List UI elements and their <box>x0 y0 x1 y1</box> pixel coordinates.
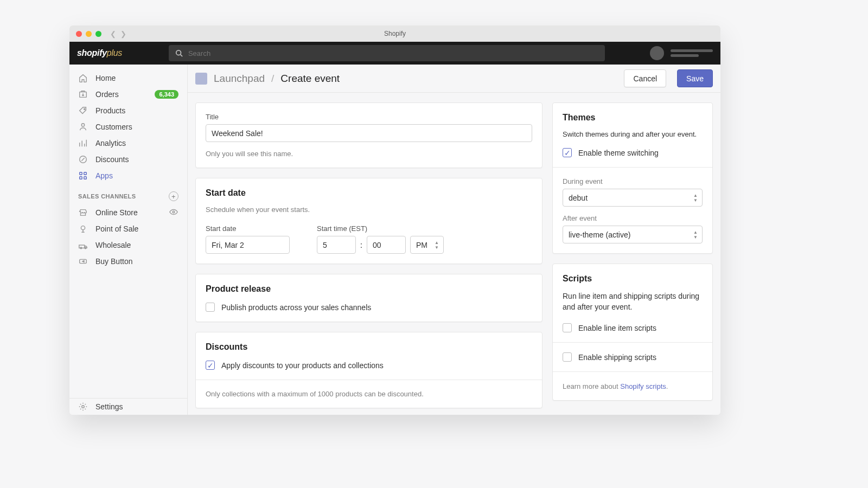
apply-discounts-checkbox-row[interactable]: ✓ Apply discounts to your products and c… <box>206 361 532 370</box>
home-icon <box>78 73 88 83</box>
sidebar-channel-pos[interactable]: Point of Sale <box>69 221 187 237</box>
sidebar-item-label: Apps <box>95 171 178 180</box>
sidebar: Home Orders 6,343 Products Customers Ana… <box>69 65 188 415</box>
enable-lineitem-scripts-checkbox[interactable] <box>563 323 572 332</box>
sidebar-item-label: Analytics <box>95 139 178 147</box>
ampm-value: PM <box>416 241 427 249</box>
scripts-desc: Run line item and shipping scripts durin… <box>563 291 703 312</box>
gear-icon <box>78 402 88 412</box>
sidebar-item-label: Wholesale <box>95 241 178 249</box>
svg-rect-8 <box>80 177 82 179</box>
sidebar-item-label: Discounts <box>95 155 178 164</box>
apply-discounts-checkbox[interactable]: ✓ <box>206 361 215 370</box>
page-header: Launchpad / Create event Cancel Save <box>188 65 720 93</box>
svg-rect-9 <box>84 177 87 179</box>
pos-icon <box>78 224 88 234</box>
themes-card: Themes Switch themes during and after yo… <box>552 102 713 254</box>
discounts-hint: Only collections with a maximum of 1000 … <box>206 390 532 398</box>
search-box[interactable] <box>169 45 605 61</box>
title-input[interactable] <box>206 124 532 142</box>
breadcrumb-current: Create event <box>280 73 340 85</box>
sidebar-section-sales-channels: SALES CHANNELS + <box>69 184 187 204</box>
avatar <box>650 46 664 60</box>
start-hour-input[interactable] <box>317 236 356 254</box>
analytics-icon <box>78 138 88 148</box>
shopify-scripts-link[interactable]: Shopify scripts <box>620 382 666 390</box>
scripts-card: Scripts Run line item and shipping scrip… <box>552 264 713 401</box>
sidebar-item-label: Home <box>95 74 178 82</box>
enable-shipping-scripts-row[interactable]: Enable shipping scripts <box>563 352 703 362</box>
publish-products-label: Publish products across your sales chann… <box>221 303 371 312</box>
orders-icon <box>78 89 88 99</box>
sidebar-item-label: Buy Button <box>95 257 178 266</box>
breadcrumb-sep: / <box>271 73 274 85</box>
discounts-icon <box>78 155 88 164</box>
ampm-select[interactable]: PM ▲▼ <box>410 236 444 254</box>
enable-theme-switching-label: Enable theme switching <box>578 149 659 157</box>
sidebar-item-analytics[interactable]: Analytics <box>69 135 187 151</box>
during-event-select[interactable]: debut ▲▼ <box>563 189 703 207</box>
logo-suffix: plus <box>107 48 122 57</box>
search-input[interactable] <box>188 49 598 57</box>
chevron-updown-icon: ▲▼ <box>693 193 698 203</box>
user-name-placeholder <box>671 49 713 57</box>
after-event-label: After event <box>563 214 703 222</box>
title-label: Title <box>206 113 532 121</box>
product-release-card: Product release Publish products across … <box>195 274 542 322</box>
chevron-updown-icon: ▲▼ <box>693 230 698 240</box>
sidebar-channel-wholesale[interactable]: Wholesale <box>69 237 187 253</box>
publish-products-checkbox-row[interactable]: Publish products across your sales chann… <box>206 303 532 312</box>
apply-discounts-label: Apply discounts to your products and col… <box>221 361 384 370</box>
topbar: shopifyplus <box>69 42 720 65</box>
add-channel-button[interactable]: + <box>169 191 178 201</box>
title-hint: Only you will see this name. <box>206 150 532 158</box>
svg-point-10 <box>173 211 175 213</box>
sidebar-item-products[interactable]: Products <box>69 102 187 119</box>
svg-line-1 <box>181 55 183 57</box>
sidebar-item-label: Orders <box>95 90 147 99</box>
svg-rect-6 <box>80 172 82 175</box>
online-store-icon <box>78 208 88 217</box>
start-time-label: Start time (EST) <box>317 224 444 233</box>
main-column: Title Only you will see this name. Start… <box>195 102 542 415</box>
discounts-card: Discounts ✓ Apply discounts to your prod… <box>195 332 542 408</box>
user-menu[interactable] <box>650 46 713 60</box>
breadcrumb-app[interactable]: Launchpad <box>214 73 265 85</box>
app-window: ❮ ❯ Shopify shopifyplus Home Orders <box>69 25 720 415</box>
search-icon <box>175 49 183 57</box>
start-minute-input[interactable] <box>367 236 406 254</box>
buy-button-icon <box>78 256 88 266</box>
svg-point-16 <box>82 406 85 408</box>
themes-heading: Themes <box>563 113 703 123</box>
enable-lineitem-scripts-row[interactable]: Enable line item scripts <box>563 323 703 332</box>
preview-icon[interactable] <box>169 207 178 219</box>
save-button[interactable]: Save <box>677 69 713 87</box>
start-date-input[interactable] <box>206 236 290 254</box>
sidebar-item-home[interactable]: Home <box>69 70 187 86</box>
after-event-value: live-theme (active) <box>569 230 630 239</box>
start-date-card: Start date Schedule when your event star… <box>195 178 542 264</box>
sidebar-item-label: Online Store <box>95 208 161 217</box>
publish-products-checkbox[interactable] <box>206 303 215 312</box>
sidebar-channel-buy-button[interactable]: Buy Button <box>69 253 187 269</box>
sidebar-item-apps[interactable]: Apps <box>69 168 187 184</box>
themes-desc: Switch themes during and after your even… <box>563 130 703 138</box>
enable-theme-switching-checkbox[interactable]: ✓ <box>563 148 572 157</box>
svg-point-3 <box>84 108 85 110</box>
during-event-value: debut <box>569 194 588 202</box>
sidebar-item-settings[interactable]: Settings <box>69 399 187 415</box>
enable-theme-switching-row[interactable]: ✓ Enable theme switching <box>563 148 703 157</box>
sidebar-item-discounts[interactable]: Discounts <box>69 151 187 168</box>
start-date-heading: Start date <box>206 188 532 198</box>
cancel-button[interactable]: Cancel <box>624 69 666 87</box>
svg-point-11 <box>81 226 85 230</box>
sidebar-item-customers[interactable]: Customers <box>69 119 187 135</box>
sidebar-item-orders[interactable]: Orders 6,343 <box>69 86 187 102</box>
after-event-select[interactable]: live-theme (active) ▲▼ <box>563 226 703 243</box>
enable-shipping-scripts-checkbox[interactable] <box>563 352 572 362</box>
side-column: Themes Switch themes during and after yo… <box>552 102 713 415</box>
title-card: Title Only you will see this name. <box>195 102 542 168</box>
sidebar-item-label: Point of Sale <box>95 224 178 233</box>
sidebar-section-title: SALES CHANNELS <box>78 193 136 200</box>
sidebar-channel-online-store[interactable]: Online Store <box>69 204 187 221</box>
